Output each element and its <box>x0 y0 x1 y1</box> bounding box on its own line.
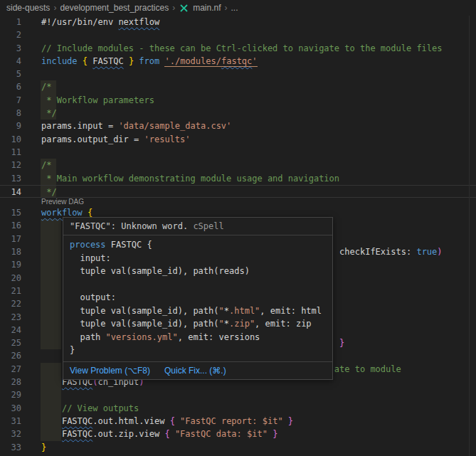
code-token <box>78 56 83 66</box>
code-line[interactable]: 4include { FASTQC } from './modules/fast… <box>0 55 476 68</box>
code-token: from <box>139 56 159 66</box>
line-number[interactable]: 16 <box>0 219 21 232</box>
region-highlight <box>41 402 61 415</box>
view-problem-link[interactable]: View Problem (⌥F8) <box>70 366 150 376</box>
code-line[interactable]: 10params.output_dir = 'results' <box>0 133 476 146</box>
code-token: fastqc <box>221 56 252 67</box>
code-line[interactable]: 30 // View outputs <box>0 402 476 415</box>
code-token: FASTQC { <box>106 240 152 250</box>
line-number[interactable]: 4 <box>0 55 21 68</box>
line-number[interactable]: 24 <box>0 324 21 336</box>
code-token: // View outputs <box>62 403 139 413</box>
breadcrumb-item-main-nf[interactable]: main.nf <box>193 3 221 13</box>
line-number[interactable]: 28 <box>0 376 21 388</box>
region-highlight <box>41 297 61 310</box>
region-highlight <box>41 233 61 245</box>
line-number[interactable]: 27 <box>0 363 21 376</box>
code-line[interactable]: 5 <box>0 68 476 80</box>
line-number[interactable]: 12 <box>0 159 21 171</box>
line-number[interactable]: 9 <box>0 120 21 132</box>
code-token: , emit: versions <box>178 332 260 342</box>
code-line-text: FASTQC.out.html.view { "FastQC report: $… <box>41 415 293 428</box>
code-line-text: // Include modules - these can be Ctrl-c… <box>41 42 443 55</box>
line-number[interactable]: 29 <box>0 388 21 401</box>
code-token: } <box>70 345 75 355</box>
region-highlight <box>41 311 61 324</box>
line-number[interactable]: 33 <box>0 441 21 454</box>
line-number[interactable]: 32 <box>0 428 21 440</box>
code-token: process <box>70 240 106 250</box>
code-token: ) <box>437 247 442 257</box>
line-number[interactable]: 19 <box>0 258 21 271</box>
line-number[interactable]: 18 <box>0 245 21 258</box>
diagnostic-source: cSpell <box>193 221 223 231</box>
line-number[interactable]: 21 <box>0 285 21 297</box>
code-line[interactable]: 31 FASTQC.out.html.view { "FastQC report… <box>0 415 476 428</box>
line-number[interactable]: 7 <box>0 94 21 107</box>
code-line[interactable]: 33} <box>0 441 476 454</box>
code-token: ' <box>252 56 257 67</box>
line-number[interactable]: 30 <box>0 402 21 415</box>
code-line[interactable]: 7 * Workflow parameters <box>0 94 476 107</box>
hover-widget: "FASTQC": Unknown word. cSpell process F… <box>63 217 333 380</box>
code-token: * <box>224 319 229 329</box>
line-number[interactable]: 14 <box>0 186 21 197</box>
line-number[interactable]: 13 <box>0 172 21 185</box>
code-token: , emit: zip <box>255 319 311 329</box>
line-number[interactable]: 8 <box>0 107 21 120</box>
code-token: .out.zip.view <box>92 429 164 439</box>
region-highlight <box>41 159 56 171</box>
code-line-text: params.input = 'data/sample_data.csv' <box>41 120 231 132</box>
line-number[interactable]: 26 <box>0 349 21 362</box>
code-line[interactable]: 13 * Main workflow demonstrating module … <box>0 172 476 185</box>
line-number[interactable]: 2 <box>0 28 21 41</box>
code-line-text: * Main workflow demonstrating module usa… <box>41 172 339 185</box>
code-line[interactable]: 3// Include modules - these can be Ctrl-… <box>0 42 476 55</box>
codelens-preview-dag[interactable]: Preview DAG <box>0 198 476 206</box>
code-line[interactable]: 29 <box>0 388 476 401</box>
hover-code-line <box>70 278 326 292</box>
code-token: // Include modules - these can be Ctrl-c… <box>41 43 443 53</box>
line-number[interactable]: 17 <box>0 233 21 245</box>
code-line[interactable]: 1#!/usr/bin/env nextflow <box>0 16 476 28</box>
region-highlight <box>41 388 61 401</box>
breadcrumb-item-more[interactable]: ... <box>231 3 238 13</box>
line-number[interactable]: 10 <box>0 133 21 146</box>
line-number[interactable]: 11 <box>0 146 21 159</box>
code-line[interactable]: 6/* <box>0 80 476 93</box>
code-token: * Workflow parameters <box>41 95 154 105</box>
line-number[interactable]: 31 <box>0 415 21 428</box>
code-token: { <box>164 429 169 439</box>
code-line[interactable]: 8 */ <box>0 107 476 120</box>
code-token: 'data/sample_data.csv' <box>118 121 231 131</box>
breadcrumb-item-development-best-practices[interactable]: development_best_practices <box>60 3 169 13</box>
quick-fix-link[interactable]: Quick Fix... (⌘.) <box>164 366 226 376</box>
code-token: .out.html.view <box>92 416 169 426</box>
line-number[interactable]: 1 <box>0 16 21 28</box>
region-highlight <box>41 428 61 440</box>
code-token: { <box>170 416 175 426</box>
line-number[interactable]: 20 <box>0 272 21 285</box>
line-number[interactable]: 15 <box>0 206 21 219</box>
line-number[interactable]: 23 <box>0 311 21 324</box>
code-line[interactable]: 32 FASTQC.out.zip.view { "FastQC data: $… <box>0 428 476 440</box>
code-line[interactable]: 11 <box>0 146 476 159</box>
region-highlight <box>41 285 61 297</box>
line-number[interactable]: 22 <box>0 297 21 310</box>
line-number[interactable]: 25 <box>0 336 21 349</box>
hover-code-line: process FASTQC { <box>70 238 326 252</box>
code-line[interactable]: 2 <box>0 28 476 41</box>
line-number[interactable]: 3 <box>0 42 21 55</box>
code-line[interactable]: 14 */ <box>0 185 476 198</box>
code-token: } <box>41 442 46 452</box>
code-line-text: #!/usr/bin/env nextflow <box>41 16 159 28</box>
code-token: " <box>219 306 224 316</box>
region-highlight <box>41 172 56 185</box>
code-token: checkIfExists: <box>339 247 416 257</box>
line-number[interactable]: 6 <box>0 80 21 93</box>
code-line[interactable]: 12/* <box>0 159 476 171</box>
code-line[interactable]: 9params.input = 'data/sample_data.csv' <box>0 120 476 132</box>
line-number[interactable]: 5 <box>0 68 21 80</box>
code-line-text: FASTQC.out.zip.view { "FastQC data: $it"… <box>41 428 277 440</box>
breadcrumb-item-side-quests[interactable]: side-quests <box>6 3 50 13</box>
